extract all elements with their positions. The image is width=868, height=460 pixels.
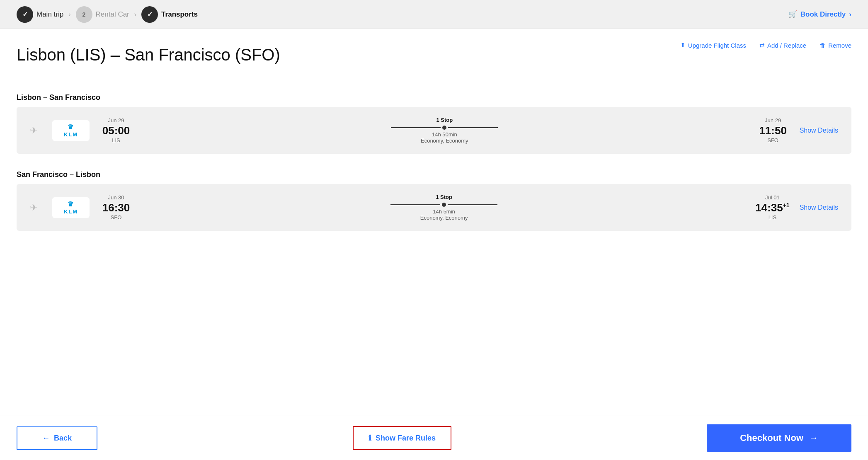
cart-icon: 🛒 [788,10,797,19]
back-arrow-icon: ← [42,434,50,443]
return-dep-code: SFO [99,214,133,220]
info-icon: ℹ [369,433,371,443]
outbound-section-title: Lisbon – San Francisco [17,93,851,102]
outbound-show-details[interactable]: Show Details [800,127,838,134]
back-label: Back [54,434,72,443]
step2-label: Rental Car [96,10,129,19]
outbound-departure: Jun 29 05:00 LIS [99,117,133,143]
return-dep-arr: Jun 30 16:30 SFO 1 Stop 14h 5min Economy… [99,194,790,221]
book-directly-link[interactable]: 🛒 Book Directly › [788,10,851,19]
return-dep-date: Jun 30 [99,194,133,201]
step3-circle: ✓ [141,6,158,23]
chevron-icon-1: › [68,11,70,18]
line-left [391,127,441,128]
add-replace-link[interactable]: ⇄ Add / Replace [759,41,806,49]
klm-logo-return: ♛ KLM [64,200,78,215]
trash-icon: 🗑 [820,42,826,49]
outbound-airline-logo: ♛ KLM [52,120,90,141]
title-row: Lisbon (LIS) – San Francisco (SFO) ⬆ Upg… [17,46,851,77]
klm-logo-outbound: ♛ KLM [64,123,78,138]
return-cabin: Economy, Economy [141,215,747,221]
remove-link[interactable]: 🗑 Remove [820,42,851,49]
return-arrival: Jul 01 14:35+1 LIS [755,194,789,220]
chevron-icon-2: › [134,11,136,18]
remove-label: Remove [828,42,851,49]
show-fare-rules-button[interactable]: ℹ Show Fare Rules [353,426,451,450]
step-transports[interactable]: ✓ Transports [141,6,198,23]
outbound-flight-middle: 1 Stop 14h 50min Economy, Economy [141,117,748,144]
main-content: Lisbon (LIS) – San Francisco (SFO) ⬆ Upg… [0,29,868,460]
return-flight-section: San Francisco – Lisbon ✈ ♛ KLM Jun 30 16… [17,170,851,231]
return-airline-logo: ♛ KLM [52,197,90,218]
return-section-title: San Francisco – Lisbon [17,170,851,179]
outbound-flight-card: ✈ ♛ KLM Jun 29 05:00 LIS 1 Stop [17,107,851,154]
step2-circle: 2 [76,6,92,23]
outbound-arr-date: Jun 29 [756,117,790,123]
return-flight-middle: 1 Stop 14h 5min Economy, Economy [141,194,747,221]
line-right-r [448,204,497,205]
outbound-arr-code: SFO [756,137,790,143]
plane-icon-outbound: ✈ [30,125,42,136]
nav-steps: ✓ Main trip › 2 Rental Car › ✓ Transport… [17,6,198,23]
line-right [448,127,498,128]
upgrade-icon: ⬆ [680,41,686,49]
step-main-trip[interactable]: ✓ Main trip [17,6,63,23]
step1-circle: ✓ [17,6,33,23]
add-replace-label: Add / Replace [767,42,806,49]
return-flight-line [141,203,747,207]
return-arr-date: Jul 01 [755,194,789,201]
step3-label: Transports [161,10,198,19]
fare-rules-label: Show Fare Rules [376,434,436,443]
plus1-badge: +1 [783,202,790,208]
outbound-arr-time: 11:50 [756,124,790,137]
outbound-cabin: Economy, Economy [141,138,748,144]
outbound-dep-date: Jun 29 [99,117,133,123]
top-navigation: ✓ Main trip › 2 Rental Car › ✓ Transport… [0,0,868,29]
book-directly-label: Book Directly [800,10,846,19]
return-flight-card: ✈ ♛ KLM Jun 30 16:30 SFO 1 Stop [17,184,851,231]
return-arr-time: 14:35+1 [755,201,789,214]
stop-dot-r [442,203,446,207]
line-left-r [390,204,440,205]
outbound-dep-time: 05:00 [99,124,133,137]
return-arr-code: LIS [755,214,789,220]
upgrade-label: Upgrade Flight Class [688,42,746,49]
swap-icon: ⇄ [759,41,765,49]
step-rental-car[interactable]: 2 Rental Car [76,6,129,23]
checkout-arrow-icon: → [809,433,818,443]
upgrade-flight-class-link[interactable]: ⬆ Upgrade Flight Class [680,41,746,49]
page-title: Lisbon (LIS) – San Francisco (SFO) [17,46,280,64]
outbound-flight-line [141,126,748,130]
return-departure: Jun 30 16:30 SFO [99,194,133,220]
bottom-bar: ← Back ℹ Show Fare Rules Checkout Now → [0,416,868,460]
return-dep-time: 16:30 [99,201,133,214]
return-show-details[interactable]: Show Details [800,204,838,211]
action-bar: ⬆ Upgrade Flight Class ⇄ Add / Replace 🗑… [680,41,851,49]
outbound-stops: 1 Stop [141,117,748,123]
back-button[interactable]: ← Back [17,426,97,450]
outbound-dep-arr: Jun 29 05:00 LIS 1 Stop 14h 50min Econom… [99,117,790,144]
plane-icon-return: ✈ [30,202,42,213]
return-duration: 14h 5min [141,208,747,215]
checkout-button[interactable]: Checkout Now → [707,424,851,452]
outbound-arrival: Jun 29 11:50 SFO [756,117,790,143]
chevron-right-icon: › [849,10,851,19]
checkout-label: Checkout Now [740,433,803,443]
outbound-dep-code: LIS [99,137,133,143]
outbound-duration: 14h 50min [141,131,748,138]
outbound-flight-section: Lisbon – San Francisco ✈ ♛ KLM Jun 29 05… [17,93,851,154]
return-stops: 1 Stop [141,194,747,200]
step1-label: Main trip [36,10,63,19]
stop-dot [442,126,446,130]
